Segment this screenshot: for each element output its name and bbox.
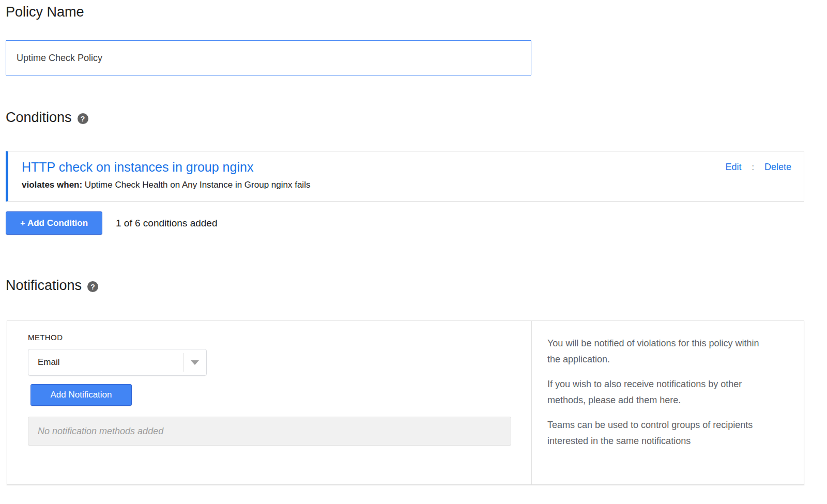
condition-violates-text: Uptime Check Health on Any Instance in G…	[82, 180, 310, 190]
policy-name-input[interactable]	[6, 40, 531, 75]
method-select-value: Email	[28, 357, 60, 368]
condition-count-text: 1 of 6 conditions added	[116, 218, 218, 229]
condition-actions-separator: :	[752, 163, 754, 172]
notification-help-paragraph-1: You will be notified of violations for t…	[547, 335, 773, 368]
method-select[interactable]: Email	[28, 349, 207, 376]
notification-help-area: You will be notified of violations for t…	[531, 321, 804, 484]
condition-title: HTTP check on instances in group nginx	[22, 159, 791, 175]
notifications-heading: Notifications ?	[6, 278, 827, 294]
add-notification-button[interactable]: Add Notification	[30, 384, 132, 406]
condition-card: HTTP check on instances in group nginx v…	[6, 151, 804, 202]
condition-delete-link[interactable]: Delete	[764, 162, 791, 173]
method-select-divider	[183, 353, 183, 372]
add-condition-row: + Add Condition 1 of 6 conditions added	[6, 211, 827, 235]
notification-help-paragraph-3: Teams can be used to control groups of r…	[547, 417, 773, 449]
condition-violates-label: violates when:	[22, 180, 82, 190]
notifications-help-icon[interactable]: ?	[87, 281, 98, 292]
empty-notification-methods-text: No notification methods added	[38, 426, 163, 437]
notification-method-area: METHOD Email Add Notification No notific…	[7, 321, 531, 484]
method-label: METHOD	[28, 333, 531, 342]
condition-subtitle: violates when: Uptime Check Health on An…	[22, 179, 791, 191]
conditions-help-icon[interactable]: ?	[78, 113, 88, 124]
conditions-heading-label: Conditions	[6, 110, 72, 126]
notifications-heading-label: Notifications	[6, 278, 82, 294]
empty-notification-methods-box: No notification methods added	[28, 417, 511, 446]
condition-actions: Edit : Delete	[725, 162, 791, 173]
add-condition-button[interactable]: + Add Condition	[6, 211, 102, 235]
chevron-down-icon	[191, 360, 199, 365]
notification-panel: METHOD Email Add Notification No notific…	[7, 320, 804, 485]
condition-edit-link[interactable]: Edit	[725, 162, 741, 173]
notification-help-paragraph-2: If you wish to also receive notification…	[547, 376, 773, 408]
policy-name-heading: Policy Name	[6, 4, 827, 20]
conditions-heading: Conditions ?	[6, 110, 827, 126]
